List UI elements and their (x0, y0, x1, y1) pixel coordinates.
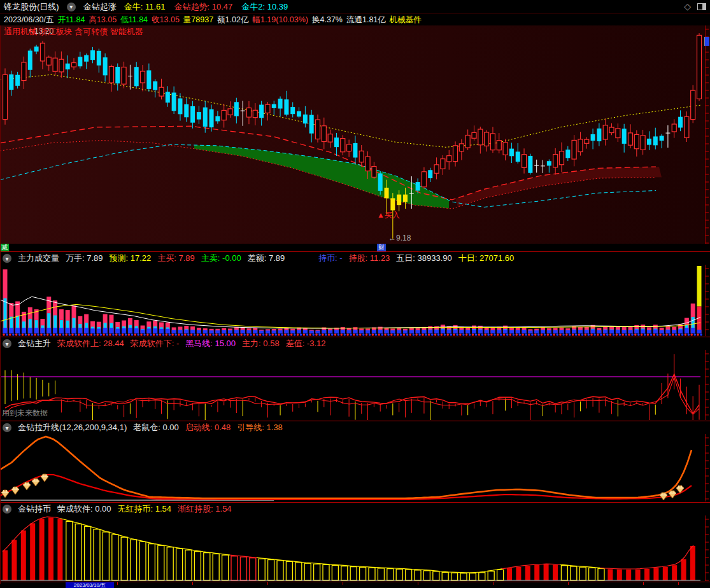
date-axis[interactable]: 2023/03/10/五 (0, 582, 710, 588)
event-tag[interactable]: 减 (0, 244, 9, 251)
zhusheng-collapse-icon[interactable]: ▾ (3, 339, 11, 348)
ohlc-field: 高13.05 (89, 15, 117, 25)
buy-signal-marker: ▲买入 (377, 211, 400, 220)
volume-values: 万手: 7.89预测: 17.22主买: 7.89主卖: -0.00差额: 7.… (66, 253, 285, 264)
date-axis-tick (418, 582, 418, 585)
zhusheng-field: 荣成软件下: - (131, 338, 180, 349)
date-axis-label: 2023/03/10/五 (66, 582, 114, 588)
date-axis-tick (643, 582, 644, 585)
lasheng-field: 引导线: 1.38 (237, 422, 283, 433)
date-axis-tick (568, 582, 569, 585)
volume-field: 差额: 7.89 (248, 253, 285, 264)
ohlc-field: 量78937 (183, 15, 213, 25)
zhusheng-panel-header: ▾ 金钻主升 荣成软件上: 28.44荣成软件下: -黑马线: 15.00主力:… (0, 337, 710, 350)
zhusheng-canvas[interactable] (0, 350, 710, 420)
chibi-panel: ▾ 金钻持币 荣成软件: 0.00无红持币: 1.54渐红持股: 1.54 (0, 502, 710, 582)
zhusheng-field: 黑马线: 15.00 (185, 338, 236, 349)
date-axis-tick (678, 582, 679, 585)
chibi-field: 无红持币: 1.54 (118, 503, 172, 515)
volume-panel-title[interactable]: 主力成交量 (18, 253, 59, 264)
date-axis-tick (192, 582, 193, 585)
indicator-field: 金牛2: 10.39 (241, 1, 288, 13)
ohlc-field: 换4.37% (312, 15, 343, 25)
lasheng-canvas[interactable] (0, 434, 710, 501)
indicator-field: 金牛: 11.61 (124, 1, 166, 13)
ohlc-field: 额1.02亿 (217, 15, 248, 25)
chibi-values: 荣成软件: 0.00无红持币: 1.54渐红持股: 1.54 (57, 503, 232, 515)
lasheng-field: 老鼠仓: 0.00 (133, 422, 179, 433)
volume-field: 主买: 7.89 (157, 253, 195, 264)
ohlc-field: 幅1.19(10.03%) (252, 15, 308, 25)
scrollbar-up-marker[interactable] (704, 37, 709, 46)
volume-canvas[interactable] (0, 265, 710, 336)
future-data-note: 用到未来数据 (2, 408, 48, 419)
candlestick-area[interactable]: ↖13.20←9.18▲买入 通用机械 浙江板块 含可转债 智能机器 (0, 25, 710, 244)
volume-field: 预测: 17.22 (110, 253, 152, 264)
date-axis-tick (343, 582, 343, 585)
volume-field: 万手: 7.89 (66, 253, 103, 264)
event-tag-strip: 减财 (0, 244, 710, 251)
chibi-panel-title[interactable]: 金钻持币 (18, 503, 51, 515)
stock-title[interactable]: 锋龙股份(日线) (4, 1, 59, 13)
indicator-field: 金钻趋势: 10.47 (174, 1, 232, 13)
sector-tags-text[interactable]: 通用机械 浙江板块 含可转债 智能机器 (4, 26, 143, 38)
zhusheng-field: 主力: 0.58 (242, 338, 280, 349)
lasheng-panel-header: ▾ 金钻拉升线(12,26,200,9,34,1) 老鼠仓: 0.00启动线: … (0, 421, 710, 434)
volume-right-field: 五日: 38933.90 (396, 253, 451, 264)
chibi-collapse-icon[interactable]: ▾ (3, 505, 11, 514)
lasheng-field: 启动线: 0.48 (185, 422, 231, 433)
ohlc-field: 开11.84 (58, 15, 85, 25)
main-indicator-name[interactable]: 金钻起涨 (83, 1, 117, 13)
trading-app-window: 锋龙股份(日线) ▾ 金钻起涨 金牛: 11.61金钻趋势: 10.47金牛2:… (0, 0, 710, 588)
ohlc-values: 开11.84高13.05低11.84收13.05量78937额1.02亿幅1.1… (58, 15, 422, 25)
volume-right-values: 持币: -持股: 11.23五日: 38933.90十日: 27071.60 (318, 252, 514, 265)
lasheng-values: 老鼠仓: 0.00启动线: 0.48引导线: 1.38 (133, 422, 283, 433)
left-border-line (0, 25, 1, 584)
zhusheng-field: 差值: -3.12 (286, 338, 326, 349)
window-icons: ◇ (684, 2, 706, 11)
volume-field: 主卖: -0.00 (201, 253, 241, 264)
ohlc-field: 流通1.81亿 (346, 15, 386, 25)
date-axis-tick (267, 582, 268, 585)
lasheng-panel: ▾ 金钻拉升线(12,26,200,9,34,1) 老鼠仓: 0.00启动线: … (0, 421, 710, 502)
ohlc-field: 收13.05 (152, 15, 180, 25)
ohlc-field: 机械基件 (390, 15, 422, 25)
date-axis-tick (493, 582, 493, 585)
indicator-collapse-icon[interactable]: ▾ (67, 3, 76, 11)
panel-layout-icon[interactable] (697, 3, 706, 10)
zhusheng-values: 荣成软件上: 28.44荣成软件下: -黑马线: 15.00主力: 0.58差值… (57, 338, 325, 349)
low-price-label: ←9.18 (388, 234, 411, 242)
zhusheng-panel-title[interactable]: 金钻主升 (18, 338, 51, 349)
chibi-field: 渐红持股: 1.54 (178, 503, 232, 515)
volume-right-field: 十日: 27071.60 (458, 253, 514, 264)
title-indicator-values: 金牛: 11.61金钻趋势: 10.47金牛2: 10.39 (124, 1, 288, 13)
chibi-field: 荣成软件: 0.00 (57, 503, 111, 515)
zhusheng-field: 荣成软件上: 28.44 (57, 338, 124, 349)
lasheng-collapse-icon[interactable]: ▾ (3, 423, 11, 432)
lasheng-panel-title[interactable]: 金钻拉升线(12,26,200,9,34,1) (18, 422, 127, 433)
volume-right-field: 持币: - (318, 253, 343, 264)
chibi-panel-header: ▾ 金钻持币 荣成软件: 0.00无红持币: 1.54渐红持股: 1.54 (0, 503, 710, 515)
chibi-canvas[interactable] (0, 515, 710, 581)
main-chart-pane[interactable]: ↖13.20←9.18▲买入 通用机械 浙江板块 含可转债 智能机器 减财 (0, 25, 710, 251)
title-bar: 锋龙股份(日线) ▾ 金钻起涨 金牛: 11.61金钻趋势: 10.47金牛2:… (0, 0, 710, 14)
date-axis-tick (117, 582, 118, 585)
volume-collapse-icon[interactable]: ▾ (3, 254, 11, 263)
volume-right-field: 持股: 11.23 (349, 253, 390, 264)
candlestick-canvas[interactable]: ↖13.20←9.18▲买入 (0, 25, 710, 244)
ohlc-info-bar: 2023/06/30/五 开11.84高13.05低11.84收13.05量78… (0, 14, 710, 25)
ohlc-field: 低11.84 (120, 15, 148, 25)
diamond-icon[interactable]: ◇ (684, 2, 691, 11)
zhusheng-panel: ▾ 金钻主升 荣成软件上: 28.44荣成软件下: -黑马线: 15.00主力:… (0, 337, 710, 421)
volume-panel: ▾ 主力成交量 万手: 7.89预测: 17.22主买: 7.89主卖: -0.… (0, 251, 710, 337)
event-tag[interactable]: 财 (377, 244, 386, 251)
trade-date: 2023/06/30/五 (4, 15, 54, 25)
volume-panel-header: ▾ 主力成交量 万手: 7.89预测: 17.22主买: 7.89主卖: -0.… (0, 252, 710, 265)
